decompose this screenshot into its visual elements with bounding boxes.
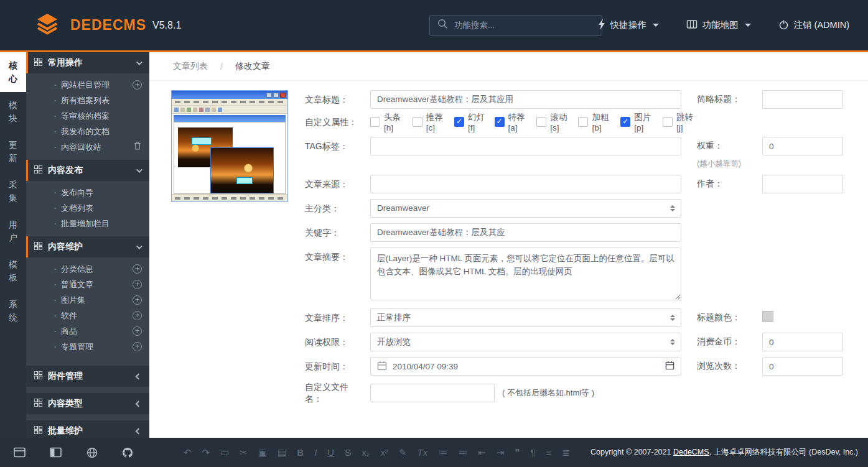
- underline-icon[interactable]: U: [327, 448, 334, 457]
- dedecms-link[interactable]: DedeCMS: [673, 448, 709, 456]
- sidebar-item-topics[interactable]: 专题管理 +: [26, 339, 149, 354]
- plus-circle-icon[interactable]: +: [133, 311, 142, 320]
- bold-icon[interactable]: B: [297, 448, 304, 457]
- sidebar-item-category-info[interactable]: 分类信息 +: [26, 261, 149, 277]
- cut-icon[interactable]: ✂: [240, 448, 248, 457]
- author-input[interactable]: [762, 175, 843, 193]
- keywords-input[interactable]: [370, 223, 681, 242]
- superscript-icon[interactable]: x²: [381, 448, 389, 457]
- calendar-picker-icon[interactable]: [665, 361, 674, 372]
- sidebar-item-document-list[interactable]: 文档列表: [26, 200, 149, 216]
- sort-select[interactable]: 正常排序: [370, 308, 681, 327]
- sidebar-section-common-ops[interactable]: 常用操作: [26, 52, 149, 73]
- window-icon[interactable]: [14, 447, 26, 458]
- align-left-icon[interactable]: ≡: [546, 448, 552, 457]
- layout-panel-icon[interactable]: [50, 447, 62, 458]
- attr-slide[interactable]: 幻灯[f]: [454, 112, 486, 132]
- abstract-textarea[interactable]: 层(Layer)是一种 HTML 页面元素，您可以将它定位在页面上的任意位置。层…: [370, 247, 681, 300]
- align-justify-icon[interactable]: ≣: [562, 448, 570, 457]
- breadcrumb-article-list[interactable]: 文章列表: [173, 61, 208, 72]
- checkbox-icon[interactable]: [370, 117, 380, 127]
- coin-input[interactable]: [762, 333, 843, 351]
- attr-bold[interactable]: 加粗[b]: [578, 112, 612, 132]
- redo-icon[interactable]: ↷: [202, 448, 210, 457]
- blockquote-icon[interactable]: ❞: [515, 448, 520, 457]
- checkbox-icon[interactable]: [663, 117, 673, 127]
- tag-input[interactable]: [370, 137, 681, 155]
- rail-tab-users[interactable]: 用户: [0, 211, 26, 251]
- unordered-list-icon[interactable]: ≕: [458, 448, 467, 457]
- subscript-icon[interactable]: x₂: [362, 448, 370, 457]
- sidebar-item-recycle-bin[interactable]: 内容回收站: [26, 139, 149, 155]
- source-input[interactable]: [370, 175, 681, 193]
- sidebar-section-content-types[interactable]: 内容类型: [26, 393, 149, 414]
- plus-circle-icon[interactable]: +: [133, 280, 142, 289]
- checkbox-icon[interactable]: [620, 117, 630, 127]
- sidebar-item-pending-archives[interactable]: 等审核的档案: [26, 108, 149, 124]
- paste-word-icon[interactable]: ▤: [278, 448, 286, 457]
- attr-headline[interactable]: 头条[h]: [370, 112, 404, 132]
- rail-tab-system[interactable]: 系统: [0, 291, 26, 331]
- short-title-input[interactable]: [762, 90, 843, 109]
- sidebar-item-normal-article[interactable]: 普通文章 +: [26, 277, 149, 292]
- attr-jump[interactable]: 跳转[j]: [663, 112, 694, 132]
- undo-icon[interactable]: ↶: [184, 448, 192, 457]
- sidebar-item-software[interactable]: 软件 +: [26, 308, 149, 323]
- trash-icon[interactable]: [133, 141, 142, 153]
- update-time-input[interactable]: 2010/04/07 09:39: [370, 357, 681, 376]
- rail-tab-templates[interactable]: 模板: [0, 251, 26, 291]
- plus-circle-icon[interactable]: +: [133, 342, 142, 351]
- feature-map-menu[interactable]: 功能地图: [686, 19, 751, 31]
- attr-special[interactable]: 特荐[a]: [495, 112, 528, 132]
- sidebar-item-publish-wizard[interactable]: 发布向导: [26, 185, 149, 200]
- rail-tab-modules[interactable]: 模块: [0, 92, 26, 132]
- sidebar-item-products[interactable]: 商品 +: [26, 323, 149, 339]
- strikethrough-icon[interactable]: S: [345, 448, 351, 457]
- sidebar-section-content-maintain[interactable]: 内容维护: [26, 236, 149, 257]
- paragraph-icon[interactable]: ¶: [530, 448, 535, 457]
- sidebar-section-content-publish[interactable]: 内容发布: [26, 160, 149, 181]
- indent-icon[interactable]: ⇥: [497, 448, 505, 457]
- filename-input[interactable]: [370, 384, 495, 402]
- sidebar-section-attachments[interactable]: 附件管理: [26, 366, 149, 387]
- sidebar-item-image-gallery[interactable]: 图片集 +: [26, 292, 149, 308]
- logout-button[interactable]: 注销 (ADMIN): [778, 19, 849, 32]
- globe-icon[interactable]: [86, 447, 98, 458]
- weight-input[interactable]: [762, 137, 843, 155]
- checkbox-icon[interactable]: [413, 117, 422, 127]
- article-thumbnail[interactable]: [171, 90, 288, 202]
- outdent-icon[interactable]: ⇤: [478, 448, 486, 457]
- sidebar-item-all-archives[interactable]: 所有档案列表: [26, 93, 149, 108]
- paste-icon[interactable]: ▣: [258, 448, 267, 457]
- search-input[interactable]: [454, 21, 594, 30]
- read-perm-select[interactable]: 开放浏览: [370, 333, 681, 351]
- sidebar-item-my-documents[interactable]: 我发布的文档: [26, 124, 149, 139]
- rail-tab-update[interactable]: 更新: [0, 132, 26, 172]
- attr-scroll[interactable]: 滚动[s]: [536, 112, 569, 132]
- rail-tab-core[interactable]: 核心: [0, 52, 26, 92]
- category-select[interactable]: Dreamweaver: [370, 199, 681, 218]
- checkbox-icon[interactable]: [454, 117, 464, 127]
- article-title-input[interactable]: [370, 90, 681, 109]
- format-brush-icon[interactable]: ✎: [399, 448, 407, 457]
- plus-circle-icon[interactable]: +: [133, 295, 142, 305]
- checkbox-icon[interactable]: [536, 117, 546, 127]
- ordered-list-icon[interactable]: ≔: [438, 448, 447, 457]
- source-icon[interactable]: ▭: [220, 448, 229, 457]
- italic-icon[interactable]: I: [314, 448, 317, 457]
- sidebar-item-site-columns[interactable]: 网站栏目管理 +: [26, 77, 149, 93]
- views-input[interactable]: [762, 357, 843, 376]
- github-icon[interactable]: [122, 447, 133, 458]
- function-search[interactable]: [429, 15, 602, 36]
- checkbox-icon[interactable]: [578, 117, 588, 127]
- attr-recommend[interactable]: 推荐[c]: [413, 112, 446, 132]
- sidebar-item-batch-add-columns[interactable]: 批量增加栏目: [26, 216, 149, 231]
- attr-image[interactable]: 图片[p]: [620, 112, 654, 132]
- checkbox-icon[interactable]: [495, 117, 505, 127]
- clear-format-icon[interactable]: Tx: [418, 448, 428, 457]
- rail-tab-collect[interactable]: 采集: [0, 172, 26, 211]
- title-color-swatch[interactable]: [762, 311, 773, 322]
- quick-actions-menu[interactable]: 快捷操作: [598, 19, 659, 32]
- plus-circle-icon[interactable]: +: [133, 80, 142, 90]
- plus-circle-icon[interactable]: +: [133, 326, 142, 336]
